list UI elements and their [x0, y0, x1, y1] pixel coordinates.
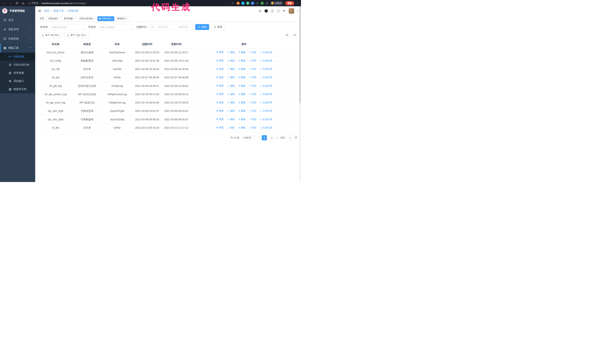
sync-link[interactable]: 同步 [249, 84, 257, 88]
tab-home[interactable]: 首页 [38, 16, 46, 21]
fullscreen-icon[interactable] [277, 10, 280, 12]
sync-link[interactable]: 同步 [249, 118, 257, 121]
extension-icon[interactable]: ● [256, 2, 259, 5]
sidebar-item-infrastructure[interactable]: 基础设施 [0, 34, 35, 43]
toggle-search-button[interactable] [284, 32, 290, 38]
delete-link[interactable]: 删除 [238, 84, 246, 88]
edit-link[interactable]: 编辑 [227, 84, 235, 88]
preview-link[interactable]: 预览 [216, 75, 224, 79]
preview-link[interactable]: 预览 [216, 92, 224, 96]
user-avatar[interactable] [289, 8, 294, 14]
refresh-table-button[interactable] [292, 32, 297, 38]
sync-link[interactable]: 同步 [249, 67, 257, 71]
edit-link[interactable]: 编辑 [227, 51, 235, 54]
edit-link[interactable]: 编辑 [227, 101, 235, 104]
preview-link[interactable]: 预览 [216, 59, 224, 62]
browser-refresh-icon[interactable] [14, 1, 19, 6]
delete-link[interactable]: 删除 [238, 75, 246, 79]
extension-icon[interactable] [241, 2, 245, 5]
breadcrumb-devtools[interactable]: 研发工具 [53, 9, 64, 13]
profile-paused-badge[interactable]: 已暂停 [270, 1, 284, 5]
edit-link[interactable]: 编辑 [227, 109, 235, 113]
sidebar-item-form-builder[interactable]: 表单构建 [0, 69, 35, 77]
generate-code-link[interactable]: 生成代码 [260, 59, 272, 62]
browser-home-icon[interactable] [21, 1, 26, 6]
close-icon[interactable]: × [111, 17, 113, 20]
url-text[interactable]: dashboard.yudao.iocoder.cn/tool/codegen [42, 2, 86, 5]
delete-link[interactable]: 删除 [238, 109, 246, 113]
extension-icon[interactable] [265, 2, 269, 5]
tab-trace[interactable]: 链路追踪× [47, 16, 61, 21]
sidebar-item-home[interactable]: 首页 [0, 16, 35, 25]
bookmark-star-icon[interactable]: ☆ [230, 1, 235, 6]
delete-link[interactable]: 删除 [238, 101, 246, 104]
delete-link[interactable]: 删除 [238, 126, 246, 130]
browser-menu-icon[interactable]: ⋮ [296, 2, 299, 5]
extension-icon[interactable]: V [246, 2, 249, 5]
sync-link[interactable]: 同步 [249, 126, 257, 130]
close-icon[interactable]: × [58, 17, 60, 20]
browser-forward-icon[interactable]: → [8, 1, 13, 6]
tab-system-api[interactable]: 系统接口× [115, 16, 130, 21]
help-icon[interactable]: ? [271, 10, 274, 13]
generate-code-link[interactable]: 生成代码 [260, 84, 272, 88]
goto-page-input[interactable] [286, 135, 294, 140]
create-time-range-picker[interactable]: 开始日期 - 结束日期 [149, 24, 194, 30]
preview-link[interactable]: 预览 [216, 126, 224, 129]
chevron-down-icon[interactable]: ▾ [297, 10, 298, 12]
page-button-1[interactable]: 1 [262, 135, 267, 140]
preview-link[interactable]: 预览 [216, 67, 224, 71]
generate-code-link[interactable]: 生成代码 [260, 67, 272, 71]
preview-link[interactable]: 预览 [216, 101, 224, 104]
delete-link[interactable]: 删除 [238, 118, 246, 121]
close-icon[interactable]: × [127, 17, 128, 20]
generate-code-link[interactable]: 生成代码 [260, 101, 272, 104]
sync-link[interactable]: 同步 [249, 109, 257, 113]
tab-form-builder[interactable]: 表单构建× [62, 16, 77, 21]
sync-link[interactable]: 同步 [249, 51, 257, 54]
sidebar-item-system-api[interactable]: 系统接口 [0, 77, 35, 85]
tab-codegen[interactable]: 代码生成× [97, 16, 114, 21]
close-icon[interactable]: × [94, 17, 95, 20]
scrollbar-thumb[interactable] [300, 7, 301, 103]
search-icon[interactable] [258, 10, 262, 13]
generate-code-link[interactable]: 生成代码 [260, 109, 272, 113]
delete-link[interactable]: 删除 [238, 92, 246, 96]
import-sql-button[interactable]: 基于 SQL 导入 [64, 32, 89, 38]
table-desc-input[interactable] [98, 24, 133, 30]
font-size-icon[interactable]: TT [283, 10, 286, 13]
page-button-2[interactable]: 2 [269, 135, 274, 140]
page-scrollbar[interactable] [299, 6, 301, 182]
sidebar-collapse-icon[interactable] [38, 9, 42, 13]
import-db-button[interactable]: 基于 DB 导入 [39, 32, 62, 38]
generate-code-link[interactable]: 生成代码 [260, 126, 272, 130]
security-warning[interactable]: ⚠ 不安全 [28, 1, 39, 5]
edit-link[interactable]: 编辑 [227, 118, 235, 121]
edit-link[interactable]: 编辑 [227, 67, 235, 71]
page-size-select[interactable]: 10条/页 ▾ [241, 135, 256, 140]
preview-link[interactable]: 预览 [216, 84, 224, 88]
search-button[interactable]: 搜索 [195, 24, 209, 30]
delete-link[interactable]: 删除 [238, 59, 246, 62]
reset-button[interactable]: 重置 [211, 24, 225, 30]
preview-link[interactable]: 预览 [216, 50, 224, 54]
github-icon[interactable] [265, 9, 268, 13]
extension-icon[interactable] [261, 2, 264, 5]
app-logo[interactable]: 芋 芋道管理系统 [0, 6, 35, 16]
sidebar-item-codegen[interactable]: </> 代码生成 [0, 52, 35, 61]
preview-link[interactable]: 预览 [216, 109, 224, 113]
prev-page-button[interactable]: ‹ [258, 136, 259, 139]
sidebar-item-system[interactable]: ⚙ 系统管理 [0, 25, 35, 34]
breadcrumb-home[interactable]: 首页 [44, 9, 49, 13]
edit-link[interactable]: 编辑 [227, 59, 235, 62]
sync-link[interactable]: 同步 [249, 101, 257, 104]
preview-link[interactable]: 预览 [216, 117, 224, 121]
edit-link[interactable]: 编辑 [227, 75, 235, 79]
tab-codegen-example[interactable]: 代码生成示例× [78, 16, 97, 21]
edit-link[interactable]: 编辑 [227, 92, 235, 96]
address-bar[interactable]: ⚠ 不安全 dashboard.yudao.iocoder.cn/tool/co… [27, 1, 229, 5]
sidebar-item-devtools[interactable]: 研发工具 [0, 43, 35, 52]
delete-link[interactable]: 删除 [238, 51, 246, 54]
generate-code-link[interactable]: 生成代码 [260, 51, 272, 54]
browser-update-button[interactable]: 更新 [285, 1, 294, 5]
